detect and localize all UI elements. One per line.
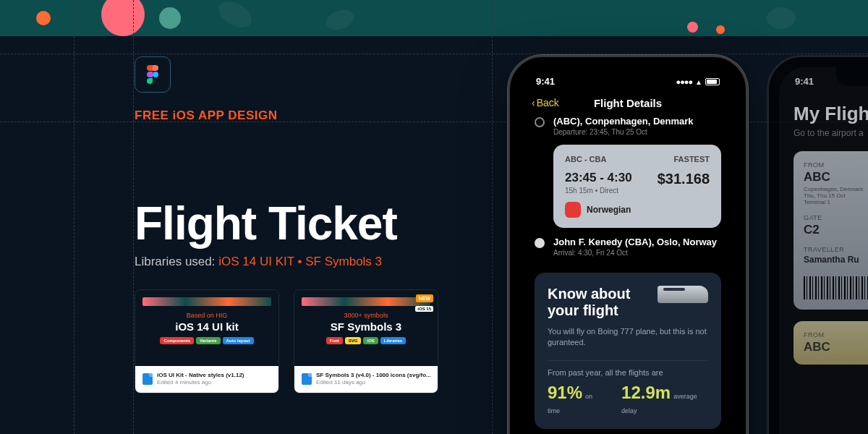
barcode-icon — [804, 276, 868, 299]
arrival-location: John F. Kenedy (CBA), Oslo, Norway — [553, 237, 717, 247]
screen-title: Flight Details — [594, 97, 662, 109]
hero-title: Flight Ticket — [135, 197, 397, 250]
ticket-gate: C2 — [804, 223, 868, 237]
airline-logo-icon — [565, 202, 581, 218]
library-card-ios-kit[interactable]: Based on HIG iOS 14 UI kit Components Va… — [135, 289, 279, 393]
flight-route: ABC - CBA — [565, 155, 606, 163]
library-card-sf-symbols[interactable]: NEW iOS 15 3000+ symbols SF Symbols 3 Fo… — [294, 289, 438, 393]
guide-line — [133, 0, 134, 434]
flight-badge: FASTEST — [673, 155, 710, 163]
ticket-traveller: Samantha Ru — [804, 255, 868, 265]
decorative-banner — [0, 0, 868, 36]
file-edited: Edited 4 minutes ago — [157, 379, 244, 386]
status-time: 9:41 — [795, 76, 814, 87]
stat-ontime: 91% — [548, 383, 582, 402]
file-icon — [302, 373, 312, 385]
file-edited: Edited 11 days ago — [316, 379, 431, 386]
file-name: iOS UI Kit - Native styles (v1.12) — [157, 372, 244, 379]
guide-line — [74, 0, 75, 434]
ticket-from: ABC — [804, 340, 868, 354]
airline-name: Norwegian — [587, 205, 631, 215]
chevron-left-icon: ‹ — [532, 97, 535, 109]
screen-subtitle: Go to the airport a — [779, 128, 868, 138]
phone-mockup-my-flights: 9:41 My Fligh Go to the airport a FROM A… — [767, 55, 868, 434]
boarding-pass[interactable]: FROM ABC Copenhagen, Denmark Thu, Thu 15… — [793, 151, 868, 310]
phone-mockup-flight-details: 9:41 ●●●● ‹ Back Flight Details (ABC), C… — [508, 55, 748, 434]
know-subtitle: You will fly on Boing 777 plane, but thi… — [548, 326, 708, 349]
status-time: 9:41 — [536, 76, 555, 87]
flight-price: $31.168 — [658, 171, 710, 187]
flight-card[interactable]: ABC - CBA FASTEST 23:45 - 4:30 15h 15m •… — [553, 145, 721, 228]
ios15-badge: iOS 15 — [415, 306, 433, 312]
file-name: SF Symbols 3 (v4.0) - 1000 icons (svg/fo… — [316, 372, 431, 379]
back-button[interactable]: ‹ Back — [532, 97, 559, 109]
hero-subtitle: Libraries used: iOS 14 UI KIT • SF Symbo… — [135, 255, 382, 269]
know-title: Know about your flight — [548, 286, 652, 319]
timeline-dot-icon — [535, 117, 545, 127]
tagline: FREE iOS APP DESIGN — [135, 109, 278, 123]
guide-line — [0, 54, 868, 54]
figma-logo — [135, 56, 171, 93]
library-cards: Based on HIG iOS 14 UI kit Components Va… — [135, 289, 438, 393]
file-icon — [142, 373, 153, 385]
wifi-icon — [695, 76, 702, 87]
departure-time: Departure: 23:45, Thu 25 Oct — [553, 128, 694, 136]
stats-label: From past year, all the flights are — [548, 368, 708, 377]
screen-title: My Fligh — [779, 87, 868, 128]
stat-delay: 12.9m — [621, 383, 671, 402]
battery-icon — [705, 78, 720, 85]
guide-line — [492, 0, 493, 434]
new-badge: NEW — [416, 294, 433, 302]
timeline-dot-icon — [535, 238, 545, 248]
know-about-card: Know about your flight You will fly on B… — [535, 273, 721, 429]
flight-duration: 15h 15m • Direct — [565, 187, 632, 195]
boarding-pass[interactable]: FROM ABC — [793, 321, 868, 365]
ticket-from: ABC — [804, 170, 868, 184]
flight-time: 23:45 - 4:30 — [565, 171, 632, 185]
plane-icon — [658, 286, 708, 303]
departure-location: (ABC), Conpenhagen, Denmark — [553, 116, 694, 127]
arrival-time: Arrival: 4:30, Fri 24 Oct — [553, 249, 717, 257]
svg-point-0 — [153, 72, 158, 77]
signal-icon: ●●●● — [676, 77, 693, 86]
